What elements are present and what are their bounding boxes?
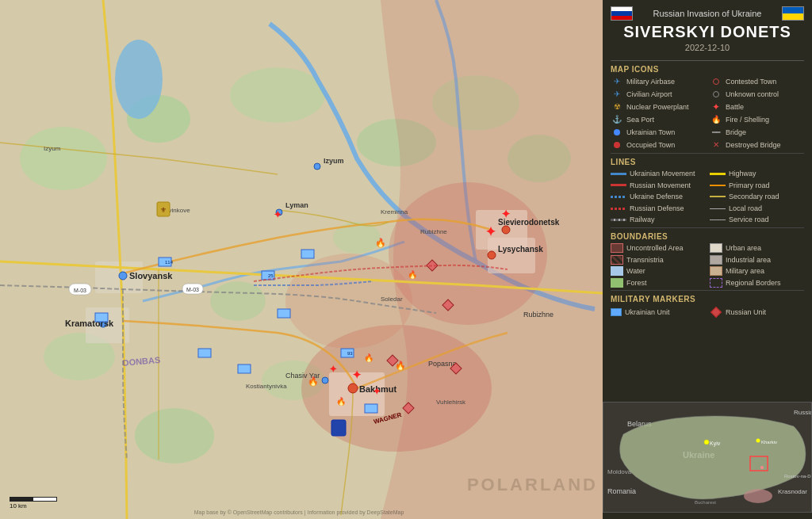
svg-text:WAGNER: WAGNER	[373, 411, 402, 426]
ukr-unit-marker	[611, 308, 622, 316]
svg-point-15	[285, 254, 412, 349]
svg-rect-69	[403, 403, 414, 414]
svg-rect-19	[476, 210, 527, 250]
svg-rect-17	[86, 307, 129, 343]
battle-icon: ✦	[710, 101, 722, 113]
ru-movement-line	[611, 184, 626, 186]
legend-local-road: Local road	[710, 204, 804, 214]
map-date: 2022-12-10	[611, 43, 804, 52]
regional-swatch	[710, 278, 722, 288]
secondary-road-line	[710, 196, 726, 197]
svg-text:Lyman: Lyman	[285, 201, 308, 209]
svg-text:Slovyansk: Slovyansk	[129, 271, 173, 280]
svg-text:Izyum: Izyum	[324, 157, 344, 165]
svg-point-11	[262, 361, 325, 400]
legend-ukr-movement: Ukrainian Movement	[611, 169, 705, 179]
svg-point-22	[99, 319, 107, 327]
subtitle-text: Russian Invasion of Ukraine	[633, 9, 782, 18]
legend-unknown-control: Unknown control	[710, 89, 804, 100]
legend-forest: Forest	[611, 278, 705, 288]
divider-3	[611, 290, 804, 291]
legend-regional-borders: Regional Borders	[710, 278, 804, 288]
legend-bridge: ━━ Bridge	[710, 127, 804, 138]
ukrainian-flag	[782, 6, 804, 21]
scale-label: 10 km	[10, 502, 27, 509]
legend-nuclear: ☢ Nuclear Powerplant	[611, 101, 705, 113]
svg-rect-67	[442, 300, 454, 311]
svg-point-23	[348, 384, 358, 393]
legend-panel: Russian Invasion of Ukraine SIVERSKYI DO…	[603, 0, 812, 519]
svg-text:✦: ✦	[329, 364, 337, 375]
bridge-icon: ━━	[710, 127, 722, 138]
svg-text:Barvinkove: Barvinkove	[159, 207, 190, 214]
svg-text:Rubizhne: Rubizhne	[523, 311, 553, 319]
ru-defense-line	[611, 208, 626, 210]
svg-text:Krasnodar: Krasnodar	[778, 488, 807, 495]
contested-icon	[710, 76, 722, 87]
svg-point-26	[276, 209, 282, 216]
unknown-label: Unknown control	[726, 90, 779, 100]
russian-flag	[611, 6, 633, 21]
ukr-town-icon	[611, 127, 623, 138]
svg-text:Lysychansk: Lysychansk	[498, 245, 543, 254]
svg-text:Bucharest: Bucharest	[695, 500, 716, 505]
legend-industrial: Industrial area	[710, 255, 804, 265]
legend-military-area: Military area	[710, 266, 804, 277]
svg-point-28	[322, 377, 328, 384]
svg-rect-55	[262, 271, 274, 280]
svg-text:Kharkiv: Kharkiv	[761, 440, 777, 445]
uncontrolled-swatch	[611, 243, 623, 253]
svg-rect-20	[488, 238, 535, 273]
scale-bar: 10 km	[10, 497, 57, 509]
legend-dest-bridge: ✕ Destroyed Bridge	[710, 139, 804, 151]
map-source: Map base by © OpenStreetMap contributors…	[0, 509, 598, 515]
legend-civilian-airport: ✈ Civilian Airport	[611, 89, 705, 100]
svg-text:Rubizhne: Rubizhne	[420, 228, 447, 235]
svg-text:✦: ✦	[352, 368, 362, 381]
legend-highway: Highway	[710, 169, 804, 179]
legend-seaport: ⚓ Sea Port	[611, 114, 705, 125]
svg-text:Vuhlehirsk: Vuhlehirsk	[436, 399, 466, 406]
ukr-town-label: Ukrainian Town	[626, 128, 675, 138]
svg-rect-61	[238, 364, 251, 373]
legend-ukr-town: Ukrainian Town	[611, 127, 705, 138]
svg-point-5	[44, 333, 115, 380]
svg-text:✦: ✦	[501, 208, 511, 220]
military-swatch	[710, 266, 722, 276]
icons-grid: ✈ Military Airbase Contested Town ✈ Civi…	[611, 76, 804, 151]
svg-point-25	[502, 226, 510, 234]
dest-bridge-label: Destroyed Bridge	[726, 140, 781, 151]
svg-rect-0	[0, 0, 603, 519]
svg-rect-58	[365, 404, 377, 413]
legend-primary-road: Primary road	[710, 181, 804, 191]
airport-label: Civilian Airport	[626, 90, 672, 100]
bounds-section-title: BOUNDARIES	[611, 232, 804, 241]
svg-rect-57	[341, 349, 354, 357]
svg-rect-18	[329, 372, 385, 416]
svg-text:🔥: 🔥	[395, 360, 406, 371]
svg-text:Romania: Romania	[607, 487, 636, 495]
svg-rect-72	[69, 284, 91, 295]
map-background: Slovyansk Kramatorsk Bakhmut Lysychansk …	[0, 0, 603, 519]
dest-bridge-icon: ✕	[710, 139, 722, 151]
nuclear-label: Nuclear Powerplant	[626, 102, 689, 113]
divider-1	[611, 153, 804, 154]
svg-text:114: 114	[165, 260, 174, 265]
airbase-label: Military Airbase	[626, 77, 675, 87]
svg-point-21	[119, 272, 127, 280]
svg-rect-66	[427, 260, 438, 271]
battle-label: Battle	[726, 102, 744, 113]
legend-battle: ✦ Battle	[710, 101, 804, 113]
svg-text:🔥: 🔥	[308, 376, 319, 387]
legend-transnistria: Transnistria	[611, 255, 705, 265]
svg-text:🔥: 🔥	[375, 237, 386, 248]
svg-text:M-03: M-03	[74, 288, 86, 293]
fire-icon: 🔥	[710, 114, 722, 125]
svg-text:93: 93	[347, 351, 353, 356]
legend-military-airbase: ✈ Military Airbase	[611, 76, 705, 87]
ukr-movement-line	[611, 173, 626, 175]
svg-rect-74	[182, 284, 203, 294]
map-container: Slovyansk Kramatorsk Bakhmut Lysychansk …	[0, 0, 812, 519]
fire-label: Fire / Shelling	[726, 115, 769, 125]
svg-rect-70	[450, 363, 462, 374]
